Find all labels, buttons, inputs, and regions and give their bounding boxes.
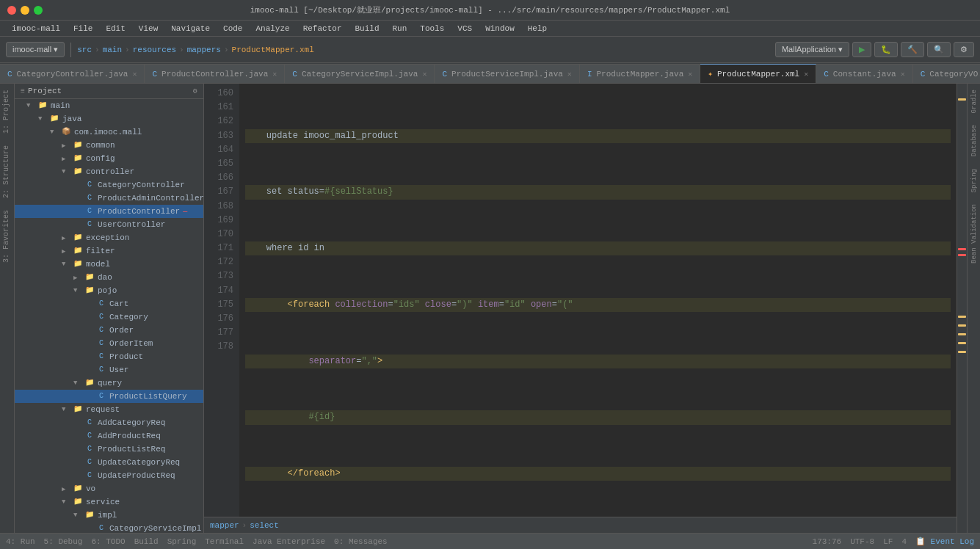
sidebar-item-request[interactable]: ▼ 📁 request (15, 403, 203, 416)
status-spring[interactable]: Spring (167, 537, 197, 546)
status-line-separator[interactable]: LF (883, 537, 893, 546)
menu-file[interactable]: File (68, 23, 98, 34)
toolbar-project-dropdown[interactable]: imooc-mall ▾ (6, 42, 65, 57)
sidebar-item-user-controller[interactable]: C UserController (15, 218, 203, 231)
sidebar-item-update-category-req[interactable]: C UpdateCategoryReq (15, 456, 203, 469)
sidebar-item-user[interactable]: C User (15, 363, 203, 377)
sidebar-item-add-product-req[interactable]: C AddProductReq (15, 429, 203, 443)
sidebar-item-order-item[interactable]: C OrderItem (15, 337, 203, 350)
debug-button[interactable]: 🐛 (874, 42, 898, 57)
menu-analyze[interactable]: Analyze (250, 23, 295, 34)
status-debug[interactable]: 5: Debug (44, 537, 83, 546)
sidebar-item-java[interactable]: ▼ 📁 java (15, 112, 203, 126)
close-button[interactable] (7, 6, 16, 15)
toolbar-mappers[interactable]: mappers (187, 46, 221, 54)
tab-close-icon[interactable]: ✕ (804, 70, 808, 79)
menu-run[interactable]: Run (387, 23, 413, 34)
code-lines[interactable]: update imooc_mall_product set status=#{s… (239, 84, 957, 517)
tab-database[interactable]: Database (969, 119, 979, 162)
sidebar-item-main[interactable]: ▼ 📁 main (15, 99, 203, 112)
event-log-icon[interactable]: 📋 Event Log (915, 537, 974, 546)
sidebar-item-exception[interactable]: ▶ 📁 exception (15, 231, 203, 244)
sidebar-item-category[interactable]: C Category (15, 310, 203, 324)
menu-view[interactable]: View (133, 23, 164, 34)
menu-app[interactable]: imooc-mall (6, 23, 66, 34)
sidebar-item-category-controller[interactable]: C CategoryController (15, 178, 203, 192)
sidebar-item-add-category-req[interactable]: C AddCategoryReq (15, 416, 203, 429)
settings-button[interactable]: ⚙ (954, 42, 974, 57)
tab-constant[interactable]: C Constant.java ✕ (816, 64, 912, 83)
tab-spring[interactable]: Spring (969, 163, 979, 198)
maximize-button[interactable] (34, 6, 43, 15)
tab-close-icon[interactable]: ✕ (422, 70, 427, 79)
menu-help[interactable]: Help (522, 23, 553, 34)
tab-product-controller[interactable]: C ProductController.java ✕ (145, 64, 285, 83)
sidebar-item-product[interactable]: C Product (15, 350, 203, 363)
sidebar-item-config[interactable]: ▶ 📁 config (15, 152, 203, 165)
menu-window[interactable]: Window (479, 23, 520, 34)
tab-bean-validation[interactable]: Bean Validation (969, 198, 979, 269)
sidebar-item-product-list-query[interactable]: C ProductListQuery (15, 390, 203, 403)
tab-product-mapper-xml[interactable]: ✦ ProductMapper.xml ✕ (700, 64, 816, 83)
sidebar-item-filter[interactable]: ▶ 📁 filter (15, 244, 203, 258)
traffic-lights[interactable] (7, 6, 43, 15)
tab-close-icon[interactable]: ✕ (132, 70, 137, 79)
tab-product-service-impl[interactable]: C ProductServiceImpl.java ✕ (435, 64, 579, 83)
sidebar-item-product-list-req[interactable]: C ProductListReq (15, 443, 203, 456)
sidebar-item-impl[interactable]: ▼ 📁 impl (15, 509, 203, 522)
tab-category-service-impl[interactable]: C CategoryServiceImpl.java ✕ (285, 64, 435, 83)
menu-refactor[interactable]: Refactor (297, 23, 348, 34)
toolbar-file[interactable]: ProductMapper.xml (232, 46, 314, 54)
minimize-button[interactable] (21, 6, 29, 15)
build-button[interactable]: 🔨 (901, 42, 924, 57)
code-content[interactable]: 160 161 162 163 164 165 166 167 168 169 … (204, 84, 957, 517)
sidebar-item-controller[interactable]: ▼ 📁 controller (15, 165, 203, 178)
tab-project[interactable]: 1: Project (0, 84, 14, 139)
sidebar-item-cart[interactable]: C Cart (15, 297, 203, 310)
run-config-dropdown[interactable]: MallApplication ▾ (775, 42, 849, 57)
sidebar-item-service[interactable]: ▼ 📁 service (15, 495, 203, 509)
sidebar-item-query[interactable]: ▼ 📁 query (15, 377, 203, 390)
tab-favorites[interactable]: 3: Favorites (0, 204, 14, 269)
tab-category-controller[interactable]: C CategoryController.java ✕ (0, 64, 145, 83)
toolbar-src[interactable]: src (77, 46, 92, 54)
status-messages[interactable]: 0: Messages (334, 537, 388, 546)
status-java-enterprise[interactable]: Java Enterprise (253, 537, 325, 546)
tab-product-mapper-java[interactable]: I ProductMapper.java ✕ (580, 64, 700, 83)
status-terminal[interactable]: Terminal (205, 537, 244, 546)
tab-close-icon[interactable]: ✕ (901, 70, 905, 79)
sidebar-item-pojo[interactable]: ▼ 📁 pojo (15, 284, 203, 297)
menu-vcs[interactable]: VCS (451, 23, 478, 34)
status-todo[interactable]: 6: TODO (91, 537, 125, 546)
sidebar-item-vo[interactable]: ▶ 📁 vo (15, 482, 203, 495)
sidebar-item-model[interactable]: ▼ 📁 model (15, 258, 203, 271)
expand-arrow-icon: ▼ (38, 115, 48, 123)
sidebar-item-update-product-req[interactable]: C UpdateProductReq (15, 469, 203, 482)
menu-tools[interactable]: Tools (414, 23, 450, 34)
tab-close-icon[interactable]: ✕ (688, 70, 692, 79)
tab-category-vo[interactable]: C CategoryVO.java ✕ (913, 64, 980, 83)
tab-close-icon[interactable]: ✕ (272, 70, 277, 79)
sidebar-item-product-admin-controller[interactable]: C ProductAdminController (15, 192, 203, 205)
tab-structure[interactable]: 2: Structure (0, 139, 14, 204)
sidebar-item-dao[interactable]: ▶ 📁 dao (15, 271, 203, 284)
menu-edit[interactable]: Edit (100, 23, 131, 34)
menu-navigate[interactable]: Navigate (165, 23, 216, 34)
toolbar-resources[interactable]: resources (133, 46, 176, 54)
sidebar-item-common[interactable]: ▶ 📁 common (15, 139, 203, 152)
java-icon: C (292, 70, 297, 79)
sidebar-item-category-service-impl[interactable]: C CategoryServiceImpl (15, 522, 203, 533)
toolbar-main[interactable]: main (103, 46, 122, 54)
tab-close-icon[interactable]: ✕ (567, 70, 572, 79)
search-button[interactable]: 🔍 (927, 42, 951, 57)
menu-build[interactable]: Build (349, 23, 385, 34)
status-encoding[interactable]: UTF-8 (850, 537, 874, 546)
sidebar-item-com-imooc[interactable]: ▼ 📦 com.imooc.mall (15, 126, 203, 139)
sidebar-item-product-controller[interactable]: C ProductController — (15, 205, 203, 218)
run-button[interactable]: ▶ (852, 42, 871, 57)
status-run[interactable]: 4: Run (6, 537, 35, 546)
tab-gradle[interactable]: Gradle (969, 84, 979, 119)
menu-code[interactable]: Code (217, 23, 248, 34)
sidebar-item-order[interactable]: C Order (15, 324, 203, 337)
status-build[interactable]: Build (134, 537, 159, 546)
